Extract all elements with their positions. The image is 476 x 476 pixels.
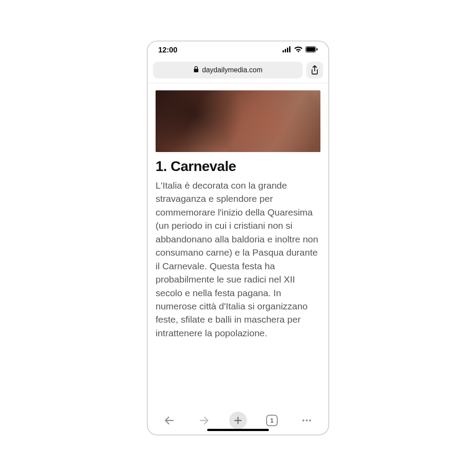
status-bar: 12:00 [148,41,328,59]
phone-frame: 12:00 daydailymedia.com 1. Carnevale [147,41,329,435]
wifi-icon [294,46,303,55]
svg-rect-5 [306,47,315,52]
url-text: daydailymedia.com [202,66,263,74]
svg-rect-0 [283,50,284,52]
svg-rect-6 [316,48,318,51]
page-content[interactable]: 1. Carnevale L'Italia è decorata con la … [148,83,328,406]
tabs-button[interactable]: 1 [262,411,282,430]
new-tab-button[interactable] [229,412,247,429]
article-title: 1. Carnevale [156,158,320,175]
tabs-count: 1 [266,415,278,426]
menu-button[interactable] [297,411,316,430]
svg-rect-7 [194,69,198,72]
status-indicators [283,46,318,55]
address-field[interactable]: daydailymedia.com [153,62,303,78]
svg-rect-1 [285,49,286,52]
share-button[interactable] [306,62,323,78]
svg-rect-3 [289,46,290,52]
svg-point-9 [305,420,307,421]
home-indicator[interactable] [207,429,269,431]
svg-point-10 [309,420,311,421]
back-button[interactable] [160,411,179,430]
article-body: L'Italia è decorata con la grande strava… [156,179,320,340]
status-time: 12:00 [158,46,177,55]
svg-rect-2 [287,48,288,52]
battery-icon [305,46,318,55]
browser-url-bar: daydailymedia.com [148,59,328,83]
lock-icon [193,66,199,74]
svg-point-8 [302,420,304,421]
cellular-icon [283,46,291,55]
hero-image [156,90,320,152]
forward-button[interactable] [194,411,214,430]
